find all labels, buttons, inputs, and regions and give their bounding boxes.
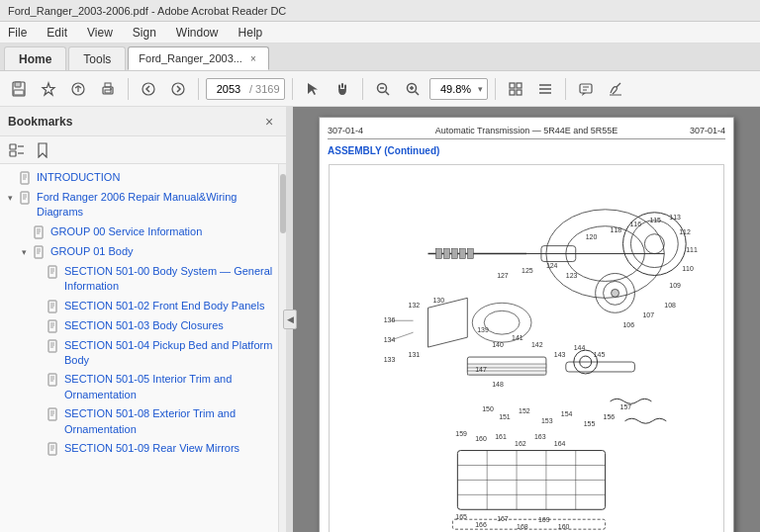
bookmark-toggle[interactable] bbox=[18, 224, 30, 240]
svg-rect-161 bbox=[435, 249, 441, 259]
zoom-dropdown-icon[interactable]: ▾ bbox=[478, 84, 483, 94]
bookmark-item[interactable]: SECTION 501-04 Pickup Bed and Platform B… bbox=[0, 336, 278, 371]
svg-rect-35 bbox=[10, 144, 16, 149]
svg-rect-162 bbox=[443, 249, 449, 259]
svg-text:151: 151 bbox=[499, 413, 511, 420]
svg-rect-71 bbox=[48, 374, 56, 386]
zoom-input[interactable] bbox=[434, 83, 478, 95]
svg-text:136: 136 bbox=[384, 316, 396, 323]
bookmark-item[interactable]: SECTION 501-03 Body Closures bbox=[0, 316, 278, 336]
cursor-tool-button[interactable] bbox=[300, 76, 326, 102]
svg-point-10 bbox=[142, 83, 154, 95]
menu-file[interactable]: File bbox=[4, 24, 31, 42]
save-button[interactable] bbox=[6, 76, 32, 102]
bookmark-star-button[interactable] bbox=[36, 76, 61, 102]
menu-tools-button[interactable] bbox=[532, 76, 558, 102]
prev-page-button[interactable] bbox=[136, 76, 161, 102]
resize-handle[interactable]: ◀ bbox=[287, 107, 293, 532]
bookmark-label: Ford Ranger 2006 Repair Manual&Wiring Di… bbox=[37, 190, 274, 221]
svg-rect-15 bbox=[338, 84, 340, 89]
svg-rect-30 bbox=[580, 84, 592, 93]
svg-text:118: 118 bbox=[611, 226, 622, 233]
svg-text:141: 141 bbox=[512, 334, 523, 341]
menu-view[interactable]: View bbox=[83, 24, 117, 42]
bookmark-toggle[interactable] bbox=[32, 318, 44, 334]
bookmark-item[interactable]: INTRODUCTION bbox=[0, 168, 278, 188]
bookmark-toggle[interactable]: ▾ bbox=[18, 244, 30, 260]
bookmark-toggle[interactable] bbox=[32, 406, 44, 422]
bookmark-label: SECTION 501-05 Interior Trim and Ornamen… bbox=[64, 372, 274, 402]
bookmark-item[interactable]: SECTION 501-09 Rear View Mirrors bbox=[0, 439, 278, 459]
sidebar: Bookmarks × INTRODUCTION▾Ford Ranger 200… bbox=[0, 107, 287, 532]
zoom-in-button[interactable] bbox=[400, 76, 426, 102]
bookmark-item[interactable]: GROUP 00 Service Information bbox=[0, 222, 278, 242]
pdf-area[interactable]: 307-01-4 Automatic Transmission — 5R44E … bbox=[293, 107, 760, 532]
svg-text:169: 169 bbox=[538, 516, 550, 523]
svg-rect-23 bbox=[510, 83, 515, 88]
next-page-button[interactable] bbox=[165, 76, 191, 102]
svg-point-11 bbox=[172, 83, 184, 95]
bookmark-item[interactable]: ▾GROUP 01 Body bbox=[0, 242, 278, 262]
menu-window[interactable]: Window bbox=[172, 24, 223, 42]
svg-text:123: 123 bbox=[566, 272, 578, 279]
svg-text:162: 162 bbox=[515, 440, 526, 447]
bookmark-tree[interactable]: INTRODUCTION▾Ford Ranger 2006 Repair Man… bbox=[0, 164, 278, 532]
sidebar-close-button[interactable]: × bbox=[260, 113, 278, 131]
tab-doc[interactable]: Ford_Ranger_2003... × bbox=[128, 46, 268, 70]
collapse-sidebar-button[interactable]: ◀ bbox=[283, 310, 297, 329]
menu-sign[interactable]: Sign bbox=[129, 24, 160, 42]
bookmark-toggle[interactable] bbox=[4, 170, 16, 186]
svg-text:120: 120 bbox=[586, 233, 598, 240]
comment-button[interactable] bbox=[573, 76, 599, 102]
bookmark-item[interactable]: SECTION 501-02 Front End Body Panels bbox=[0, 297, 278, 316]
toolbar-sep-6 bbox=[565, 78, 566, 100]
bookmark-label: GROUP 00 Service Information bbox=[50, 224, 274, 239]
menu-edit[interactable]: Edit bbox=[43, 24, 71, 42]
print-button[interactable] bbox=[95, 76, 121, 102]
menu-bar: File Edit View Sign Window Help bbox=[0, 22, 760, 44]
bookmark-toggle[interactable] bbox=[32, 338, 44, 354]
bookmark-item[interactable]: SECTION 501-05 Interior Trim and Ornamen… bbox=[0, 370, 278, 404]
bookmark-toggle[interactable] bbox=[32, 372, 44, 388]
tab-close-button[interactable]: × bbox=[248, 52, 258, 65]
svg-rect-55 bbox=[48, 266, 56, 278]
sidebar-bookmark-button[interactable] bbox=[32, 139, 53, 161]
sidebar-options-button[interactable] bbox=[6, 139, 28, 161]
svg-marker-3 bbox=[43, 83, 54, 95]
bookmark-toggle[interactable] bbox=[32, 441, 44, 457]
sign-button[interactable] bbox=[603, 76, 628, 102]
upload-button[interactable] bbox=[65, 76, 91, 102]
svg-rect-25 bbox=[510, 90, 515, 95]
svg-text:116: 116 bbox=[629, 221, 641, 227]
bookmark-item[interactable]: SECTION 501-08 Exterior Trim and Ornamen… bbox=[0, 404, 278, 439]
bookmark-toggle[interactable]: ▾ bbox=[4, 190, 16, 206]
svg-text:131: 131 bbox=[409, 351, 421, 358]
svg-text:166: 166 bbox=[475, 521, 487, 528]
bookmark-label: SECTION 501-09 Rear View Mirrors bbox=[64, 441, 274, 456]
menu-help[interactable]: Help bbox=[235, 24, 267, 42]
bookmark-label: SECTION 501-00 Body System — General Inf… bbox=[64, 264, 274, 295]
fit-page-button[interactable] bbox=[503, 76, 528, 102]
pdf-header-left: 307-01-4 bbox=[328, 126, 363, 135]
svg-rect-24 bbox=[517, 83, 522, 88]
sidebar-scrollbar-thumb[interactable] bbox=[280, 174, 286, 233]
bookmark-toggle[interactable] bbox=[32, 264, 44, 280]
bookmark-label: SECTION 501-04 Pickup Bed and Platform B… bbox=[64, 338, 274, 369]
svg-rect-79 bbox=[48, 443, 56, 455]
main-area: Bookmarks × INTRODUCTION▾Ford Ranger 200… bbox=[0, 107, 760, 532]
svg-text:167: 167 bbox=[497, 515, 509, 522]
tab-home[interactable]: Home bbox=[4, 46, 66, 70]
zoom-out-button[interactable] bbox=[370, 76, 396, 102]
bookmark-item[interactable]: ▾Ford Ranger 2006 Repair Manual&Wiring D… bbox=[0, 188, 278, 222]
page-number-input[interactable] bbox=[211, 83, 246, 95]
sidebar-title: Bookmarks bbox=[8, 115, 72, 129]
sidebar-scrollbar[interactable] bbox=[278, 164, 286, 532]
svg-text:133: 133 bbox=[384, 356, 396, 363]
pan-tool-button[interactable] bbox=[330, 76, 355, 102]
bookmark-toggle[interactable] bbox=[32, 299, 44, 314]
svg-rect-75 bbox=[48, 408, 56, 420]
tab-tools[interactable]: Tools bbox=[68, 46, 126, 70]
svg-text:139: 139 bbox=[477, 326, 489, 333]
bookmark-item[interactable]: SECTION 501-00 Body System — General Inf… bbox=[0, 262, 278, 297]
svg-line-22 bbox=[415, 91, 419, 95]
